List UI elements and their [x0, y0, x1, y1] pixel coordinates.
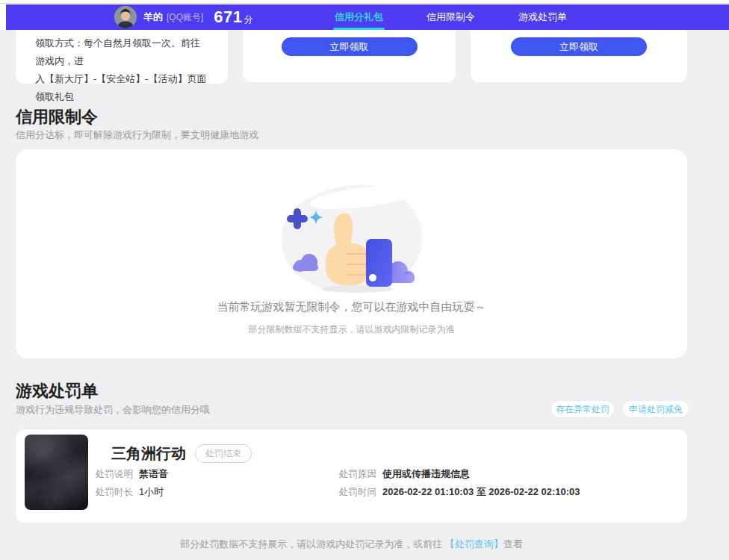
avatar	[114, 6, 137, 28]
penalty-field-duration: 处罚时长 1小时	[96, 486, 164, 498]
penalty-reduction-button[interactable]: 申请处罚减免	[623, 401, 689, 417]
claim-button-2[interactable]: 立即领取	[511, 37, 647, 56]
top-divider	[0, 3, 729, 4]
restriction-empty-title: 当前常玩游戏暂无限制令，您可以在游戏中自由玩耍～	[16, 300, 687, 314]
penalty-section-subtitle: 游戏行为违规导致处罚，会影响您的信用分哦	[16, 403, 210, 417]
field-label: 处罚时长	[96, 486, 134, 498]
field-label: 处罚时间	[339, 486, 378, 498]
header-tabs: 信用分礼包 信用限制令 游戏处罚单	[332, 4, 570, 30]
abnormal-penalty-button[interactable]: 存在异常处罚	[551, 401, 614, 417]
field-value: 2026-02-22 01:10:03 至 2026-02-22 02:10:0…	[382, 486, 580, 498]
header: 羊的 [QQ账号] 671 分 信用分礼包 信用限制令 游戏处罚单	[6, 4, 729, 30]
field-label: 处罚原因	[339, 468, 378, 480]
restriction-section-title: 信用限制令	[16, 106, 98, 128]
penalty-status-badge: 处罚结束	[195, 444, 252, 463]
field-label: 处罚说明	[96, 468, 134, 480]
field-value: 使用或传播违规信息	[382, 468, 470, 480]
penalty-field-time: 处罚时间 2026-02-22 01:10:03 至 2026-02-22 02…	[339, 486, 580, 498]
gift-card-2: 立即领取	[471, 30, 687, 82]
footer-note-prefix: 部分处罚数据不支持展示，请以游戏内处罚记录为准，或前往	[180, 538, 442, 550]
thumbs-up-illustration	[273, 179, 430, 299]
claim-button-1[interactable]: 立即领取	[282, 37, 418, 56]
avatar-photo	[114, 6, 137, 28]
gift-card-1: 立即领取	[243, 30, 456, 82]
gift-claim-note-line1: 领取方式：每个自然月领取一次。前往游戏内，进	[35, 34, 208, 70]
tab-game-penalty[interactable]: 游戏处罚单	[515, 4, 570, 30]
penalty-title-row: 三角洲行动 处罚结束	[111, 444, 252, 464]
tab-credit-gift[interactable]: 信用分礼包	[332, 4, 386, 30]
page: 羊的 [QQ账号] 671 分 信用分礼包 信用限制令 游戏处罚单 领取方式：每…	[0, 0, 729, 560]
penalty-field-description: 处罚说明 禁语音	[96, 468, 168, 480]
game-title: 三角洲行动	[111, 444, 186, 464]
tab-credit-restriction[interactable]: 信用限制令	[424, 4, 478, 30]
penalty-field-reason: 处罚原因 使用或传播违规信息	[339, 468, 470, 480]
field-value: 1小时	[139, 486, 164, 498]
footer-note-suffix: 查看	[503, 538, 523, 550]
gift-card-info: 领取方式：每个自然月领取一次。前往游戏内，进 入【新大厅】-【安全站】-【活动】…	[16, 30, 228, 84]
user-info: 羊的 [QQ账号] 671 分	[143, 4, 253, 30]
game-thumbnail	[25, 435, 88, 510]
credit-score-unit: 分	[244, 13, 253, 26]
restriction-empty-card: 当前常玩游戏暂无限制令，您可以在游戏中自由玩耍～ 部分限制数据不支持显示，请以游…	[16, 149, 687, 358]
field-value: 禁语音	[139, 468, 168, 480]
page-footer: 部分处罚数据不支持展示，请以游戏内处罚记录为准，或前往 【处罚查询】查看	[16, 538, 687, 551]
penalty-query-link[interactable]: 【处罚查询】	[445, 538, 503, 550]
restriction-section-subtitle: 信用分达标，即可解除游戏行为限制，要文明健康地游戏	[16, 128, 258, 142]
gift-claim-note: 领取方式：每个自然月领取一次。前往游戏内，进 入【新大厅】-【安全站】-【活动】…	[16, 30, 228, 106]
user-name: 羊的	[143, 10, 163, 24]
user-account-type: [QQ账号]	[167, 11, 203, 24]
penalty-section-title: 游戏处罚单	[16, 380, 98, 402]
gift-claim-note-line2: 入【新大厅】-【安全站】-【活动】页面领取礼包	[35, 70, 208, 106]
credit-score: 671	[214, 7, 242, 27]
restriction-empty-note: 部分限制数据不支持显示，请以游戏内限制记录为准	[16, 323, 687, 336]
